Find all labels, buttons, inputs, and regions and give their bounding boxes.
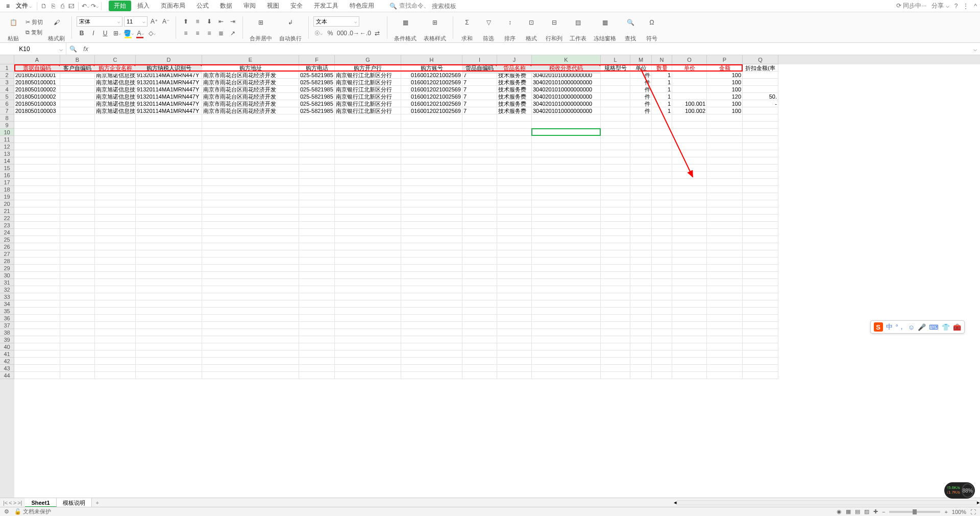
sort-button[interactable]: ↕ [503, 12, 517, 33]
col-header-C[interactable]: C [95, 55, 136, 64]
row-header-31[interactable]: 31 [0, 279, 14, 286]
empty-cell[interactable] [743, 272, 778, 279]
empty-cell[interactable] [202, 279, 299, 286]
empty-cell[interactable] [707, 186, 743, 193]
empty-cell[interactable] [532, 286, 601, 293]
empty-cell[interactable] [462, 179, 497, 186]
empty-cell[interactable] [95, 279, 136, 286]
empty-cell[interactable] [299, 193, 335, 200]
empty-cell[interactable] [630, 200, 652, 207]
empty-cell[interactable] [14, 336, 60, 343]
empty-cell[interactable] [601, 207, 630, 215]
inc-decimal-icon[interactable]: .0→ [349, 28, 359, 38]
empty-cell[interactable] [60, 215, 95, 222]
row-header-40[interactable]: 40 [0, 343, 14, 350]
empty-cell[interactable] [652, 372, 672, 379]
dec-decimal-icon[interactable]: ←.0 [360, 28, 371, 38]
empty-cell[interactable] [497, 122, 532, 129]
empty-cell[interactable] [95, 293, 136, 300]
data-cell[interactable]: 南京旭诺信息技 [95, 86, 136, 93]
empty-cell[interactable] [136, 136, 202, 143]
empty-cell[interactable] [136, 236, 202, 243]
file-menu[interactable]: 文件 ⌵ [13, 2, 35, 10]
empty-cell[interactable] [532, 329, 601, 336]
empty-cell[interactable] [601, 243, 630, 250]
view-normal-icon[interactable]: ▦ [846, 508, 851, 515]
empty-cell[interactable] [743, 193, 778, 200]
empty-cell[interactable] [60, 172, 95, 179]
column-headers[interactable]: ABCDEFGHIJKLMNOPQ [14, 55, 980, 64]
empty-cell[interactable] [672, 358, 707, 365]
empty-cell[interactable] [601, 286, 630, 293]
empty-cell[interactable] [532, 372, 601, 379]
header-cell[interactable]: 金额 [707, 64, 743, 72]
empty-cell[interactable] [14, 257, 60, 265]
data-cell[interactable] [743, 107, 778, 114]
empty-cell[interactable] [136, 279, 202, 286]
data-cell[interactable]: 0160012021002569 [401, 93, 462, 100]
empty-cell[interactable] [462, 293, 497, 300]
row-header-11[interactable]: 11 [0, 136, 14, 143]
header-cell[interactable]: 货品自编码 [462, 64, 497, 74]
empty-cell[interactable] [497, 272, 532, 279]
sheet-tab-模板说明[interactable]: 模板说明 [57, 498, 92, 507]
empty-cell[interactable] [95, 143, 136, 150]
empty-cell[interactable] [202, 172, 299, 179]
empty-cell[interactable] [401, 215, 462, 222]
empty-cell[interactable] [136, 372, 202, 379]
empty-cell[interactable] [60, 114, 95, 122]
row-header-22[interactable]: 22 [0, 215, 14, 222]
empty-cell[interactable] [299, 114, 335, 122]
empty-cell[interactable] [652, 358, 672, 365]
row-header-28[interactable]: 28 [0, 257, 14, 265]
header-cell[interactable]: 客户自编码 [60, 64, 95, 74]
horizontal-scrollbar[interactable]: ◂▸ [674, 500, 980, 505]
select-all-corner[interactable] [0, 55, 14, 64]
empty-cell[interactable] [652, 236, 672, 243]
empty-cell[interactable] [652, 322, 672, 329]
empty-cell[interactable] [14, 350, 60, 358]
empty-cell[interactable] [202, 215, 299, 222]
fullscreen-icon[interactable]: ⛶ [970, 509, 976, 515]
empty-cell[interactable] [497, 265, 532, 272]
empty-cell[interactable] [462, 257, 497, 265]
empty-cell[interactable] [60, 308, 95, 315]
empty-cell[interactable] [335, 358, 401, 365]
ribbon-tab-0[interactable]: 开始 [109, 1, 131, 11]
empty-cell[interactable] [497, 207, 532, 215]
settings-icon[interactable]: ⚙ [4, 508, 9, 515]
sheet-nav-next-icon[interactable]: > [13, 500, 16, 506]
empty-cell[interactable] [60, 150, 95, 157]
data-cell[interactable]: 2018050100001 [14, 79, 60, 86]
empty-cell[interactable] [707, 308, 743, 315]
empty-cell[interactable] [652, 257, 672, 265]
empty-cell[interactable] [652, 293, 672, 300]
empty-cell[interactable] [707, 365, 743, 372]
data-cell[interactable]: 南京市雨花台区雨花经济开发 [202, 93, 299, 100]
empty-cell[interactable] [299, 336, 335, 343]
empty-cell[interactable] [532, 136, 601, 143]
clear-format-icon[interactable]: ◇⌵ [147, 28, 157, 38]
italic-icon[interactable]: I [88, 28, 99, 38]
row-header-18[interactable]: 18 [0, 186, 14, 193]
percent-icon[interactable]: % [325, 28, 335, 38]
protect-status[interactable]: 🔓 文档未保护 [14, 508, 51, 515]
empty-cell[interactable] [401, 279, 462, 286]
data-cell[interactable] [672, 79, 707, 86]
empty-cell[interactable] [335, 150, 401, 157]
empty-cell[interactable] [202, 365, 299, 372]
expand-formula-bar-icon[interactable]: ⌵ [970, 45, 980, 53]
zoom-in-icon[interactable]: + [944, 509, 947, 515]
empty-cell[interactable] [707, 286, 743, 293]
data-cell[interactable]: 南京旭诺信息技 [95, 79, 136, 86]
data-cell[interactable] [743, 86, 778, 93]
empty-cell[interactable] [672, 229, 707, 236]
empty-cell[interactable] [462, 200, 497, 207]
empty-cell[interactable] [672, 322, 707, 329]
empty-cell[interactable] [14, 308, 60, 315]
empty-cell[interactable] [532, 279, 601, 286]
empty-cell[interactable] [707, 300, 743, 308]
data-cell[interactable]: 91320114MA1MRN447Y [136, 79, 202, 86]
empty-cell[interactable] [630, 236, 652, 243]
empty-cell[interactable] [630, 114, 652, 122]
